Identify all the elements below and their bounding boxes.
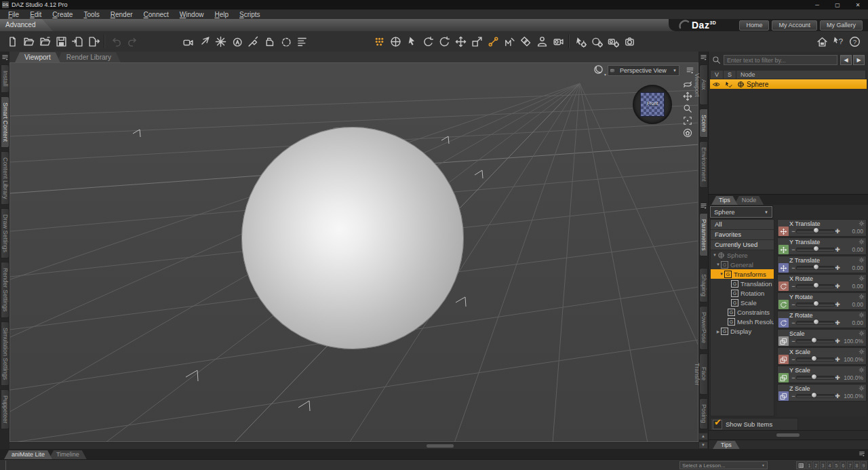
menu-edit[interactable]: Edit <box>24 11 47 18</box>
slider-track[interactable] <box>796 321 835 325</box>
nudge-down-button[interactable]: − <box>791 228 796 235</box>
panel-tab-aux-viewport[interactable]: Aux Viewport <box>699 64 708 105</box>
nudge-down-button[interactable]: − <box>791 265 796 271</box>
nudge-down-button[interactable]: − <box>791 301 796 308</box>
close-button[interactable]: ✕ <box>848 0 868 9</box>
frame-icon[interactable] <box>680 115 695 127</box>
nudge-up-button[interactable]: ✚ <box>835 265 840 271</box>
active-pose-tool-icon[interactable] <box>420 33 436 50</box>
param-group-sphere[interactable]: ▼Sphere <box>711 250 774 260</box>
sidebar-tab-content-library[interactable]: Content Library <box>1 151 9 205</box>
nudge-up-button[interactable]: ✚ <box>835 393 840 399</box>
tab-tips[interactable]: Tips <box>713 441 740 449</box>
scene-column-s[interactable]: S <box>724 71 736 79</box>
slider-value[interactable]: 0.00 <box>840 228 865 235</box>
slider-knob[interactable] <box>813 264 819 270</box>
eye-icon[interactable] <box>710 80 722 88</box>
sidebar-tab-simulation-settings[interactable]: Simulation Settings <box>1 321 9 386</box>
slider-track[interactable] <box>796 302 835 307</box>
tab-timeline[interactable]: Timeline <box>49 450 87 459</box>
nudge-down-button[interactable]: − <box>791 374 796 381</box>
tab-animate-lite[interactable]: aniMate Lite <box>4 450 52 459</box>
open-recent-file-icon[interactable] <box>37 33 53 50</box>
lesson-2-button[interactable]: 2 <box>813 461 819 469</box>
pane-menu-icon[interactable] <box>700 202 707 210</box>
slider-track[interactable] <box>796 357 835 361</box>
slider-knob[interactable] <box>811 355 817 361</box>
slider-track[interactable] <box>796 248 835 252</box>
zoom-icon[interactable] <box>680 102 695 115</box>
nudge-up-button[interactable]: ✚ <box>835 228 840 235</box>
nudge-down-button[interactable]: − <box>791 319 796 326</box>
slider-track[interactable] <box>796 266 835 270</box>
pane-menu-icon[interactable] <box>700 54 707 62</box>
new-camera-icon[interactable] <box>180 33 196 50</box>
maximize-button[interactable]: ▢ <box>827 0 848 9</box>
slider-value[interactable]: 100.0% <box>840 393 865 399</box>
translate-tool-icon[interactable] <box>452 33 469 50</box>
lesson-6-button[interactable]: 6 <box>840 461 846 469</box>
expand-arrow-icon[interactable]: ▼ <box>715 262 721 267</box>
sphere-primitive[interactable] <box>241 127 464 349</box>
nudge-up-button[interactable]: ✚ <box>835 338 840 345</box>
nudge-down-button[interactable]: − <box>791 338 796 345</box>
show-sub-items-checkbox[interactable]: ✔ <box>713 420 722 429</box>
param-list-currently-used[interactable]: Currently Used <box>711 240 774 250</box>
help-icon[interactable]: ? <box>846 33 863 50</box>
new-spotlight-icon[interactable] <box>245 33 261 50</box>
my-gallery-button[interactable]: My Gallery <box>820 20 863 31</box>
home-button[interactable]: Home <box>739 20 769 31</box>
camera-tool-icon[interactable] <box>550 33 566 50</box>
viewport-canvas[interactable]: ▼ Perspective View ▼ Front <box>9 62 698 442</box>
nudge-up-button[interactable]: ✚ <box>835 301 840 308</box>
scene-grid-icon[interactable] <box>371 33 387 50</box>
slider-value[interactable]: 0.00 <box>840 265 865 271</box>
menu-tools[interactable]: Tools <box>78 11 104 18</box>
nudge-down-button[interactable]: − <box>791 246 796 253</box>
lesson-8-button[interactable]: 8 <box>854 461 860 469</box>
slider-value[interactable]: 0.00 <box>840 319 865 326</box>
filter-back-button[interactable]: ◀ <box>840 55 852 65</box>
nudge-down-button[interactable]: − <box>791 356 796 363</box>
sidebar-tab-smart-content[interactable]: Smart Content <box>1 96 9 148</box>
open-file-icon[interactable] <box>20 33 37 50</box>
slider-knob[interactable] <box>811 392 817 398</box>
expand-arrow-icon[interactable]: ▶ <box>715 329 721 334</box>
parameters-h-scrollbar[interactable] <box>709 430 868 439</box>
slider-value[interactable]: 0.00 <box>840 283 865 290</box>
node-selection-tool-icon[interactable] <box>403 33 420 50</box>
panel-tab-posing[interactable]: Posing <box>699 398 708 429</box>
pane-menu-icon[interactable] <box>1 54 9 62</box>
whats-this-icon[interactable]: ? <box>830 33 846 50</box>
sidebar-tab-install[interactable]: Install <box>1 64 9 93</box>
undo-icon[interactable] <box>108 33 124 50</box>
slider-knob[interactable] <box>813 319 819 325</box>
lesson-7-button[interactable]: 7 <box>847 461 853 469</box>
scene-column-v[interactable]: V <box>711 71 724 79</box>
param-group-transforms[interactable]: ▼GTransforms <box>711 269 774 279</box>
surface-selection-tool-icon[interactable] <box>589 33 605 50</box>
nudge-up-button[interactable]: ✚ <box>835 246 840 253</box>
geometry-editor-tool-icon[interactable] <box>517 33 534 50</box>
slider-track[interactable] <box>796 376 835 380</box>
panel-tab-powerpose[interactable]: PowerPose <box>699 306 708 349</box>
universal-tool-icon[interactable] <box>387 33 403 50</box>
redo-icon[interactable] <box>124 33 140 50</box>
my-account-button[interactable]: My Account <box>772 20 817 31</box>
slider-track[interactable] <box>796 394 835 398</box>
minimize-button[interactable]: ─ <box>807 0 827 9</box>
slider-value[interactable]: 100.0% <box>840 374 865 381</box>
new-primitive-icon[interactable] <box>261 33 277 50</box>
export-file-icon[interactable] <box>85 33 102 50</box>
strip-scroll-down-button[interactable]: ▼ <box>698 442 708 449</box>
expand-arrow-icon[interactable]: ▼ <box>712 253 717 257</box>
new-distant-light-icon[interactable] <box>196 33 212 50</box>
lesson-3-button[interactable]: 3 <box>820 461 826 469</box>
slider-knob[interactable] <box>811 374 817 380</box>
menu-window[interactable]: Window <box>174 11 210 18</box>
scrollbar-handle[interactable] <box>427 444 454 448</box>
lesson-selector[interactable]: Select a Lesson... ▼ <box>679 461 768 469</box>
nudge-up-button[interactable]: ✚ <box>835 319 840 326</box>
menu-scripts[interactable]: Scripts <box>234 11 266 18</box>
nudge-up-button[interactable]: ✚ <box>835 374 840 381</box>
